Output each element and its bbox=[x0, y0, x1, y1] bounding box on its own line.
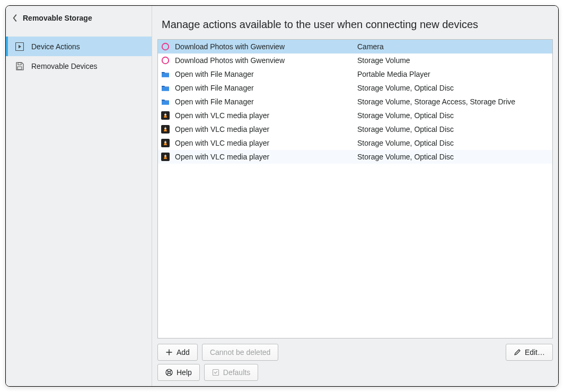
row-name: Open with File Manager bbox=[175, 97, 357, 106]
gwenview-icon bbox=[161, 42, 170, 51]
action-button-row: Add Cannot be deleted Edit… bbox=[152, 338, 558, 361]
delete-button: Cannot be deleted bbox=[202, 344, 278, 361]
sidebar-header-label: Removable Storage bbox=[23, 14, 92, 22]
sidebar-item-label: Device Actions bbox=[31, 42, 80, 51]
svg-rect-1 bbox=[18, 63, 21, 65]
plus-icon bbox=[165, 349, 173, 356]
svg-point-16 bbox=[166, 369, 172, 376]
add-button[interactable]: Add bbox=[157, 344, 198, 361]
save-disk-icon bbox=[15, 62, 24, 70]
row-devices: Storage Volume, Optical Disc bbox=[357, 139, 552, 147]
row-devices: Storage Volume, Optical Disc bbox=[357, 153, 552, 161]
row-devices: Camera bbox=[357, 42, 552, 51]
vlc-icon bbox=[161, 125, 170, 133]
row-name: Open with File Manager bbox=[175, 70, 357, 78]
svg-point-17 bbox=[168, 371, 170, 373]
folder-icon bbox=[161, 70, 170, 78]
defaults-button: Defaults bbox=[204, 364, 258, 381]
svg-rect-9 bbox=[164, 114, 166, 115]
row-devices: Storage Volume bbox=[357, 56, 552, 65]
table-row[interactable]: Open with VLC media playerStorage Volume… bbox=[158, 122, 552, 136]
row-devices: Storage Volume, Optical Disc bbox=[357, 84, 552, 92]
play-square-icon bbox=[15, 42, 24, 51]
row-devices: Storage Volume, Storage Access, Storage … bbox=[357, 97, 552, 106]
chevron-left-icon bbox=[11, 14, 19, 22]
edit-button[interactable]: Edit… bbox=[506, 344, 553, 361]
page-title: Manage actions available to the user whe… bbox=[152, 6, 558, 39]
row-name: Open with VLC media player bbox=[175, 125, 357, 133]
table-row[interactable]: Open with File ManagerStorage Volume, St… bbox=[158, 95, 552, 109]
row-devices: Storage Volume, Optical Disc bbox=[357, 111, 552, 120]
table-row[interactable]: Open with VLC media playerStorage Volume… bbox=[158, 136, 552, 150]
table-row[interactable]: Download Photos with GwenviewStorage Vol… bbox=[158, 54, 552, 67]
table-row[interactable]: Open with File ManagerPortable Media Pla… bbox=[158, 67, 552, 81]
main-panel: Manage actions available to the user whe… bbox=[152, 6, 558, 386]
help-icon bbox=[165, 369, 173, 376]
svg-rect-11 bbox=[164, 128, 166, 129]
folder-icon bbox=[161, 97, 170, 106]
row-devices: Storage Volume, Optical Disc bbox=[357, 125, 552, 133]
svg-rect-2 bbox=[17, 67, 22, 69]
row-name: Open with VLC media player bbox=[175, 139, 357, 147]
sidebar-item-removable-devices[interactable]: Removable Devices bbox=[6, 56, 152, 76]
svg-rect-6 bbox=[162, 87, 169, 91]
pencil-icon bbox=[514, 349, 521, 356]
defaults-icon bbox=[212, 369, 219, 376]
vlc-icon bbox=[161, 111, 170, 120]
svg-rect-7 bbox=[162, 101, 169, 105]
gwenview-icon bbox=[161, 56, 170, 65]
table-row[interactable]: Open with VLC media playerStorage Volume… bbox=[158, 150, 552, 164]
footer-button-row: Help Defaults bbox=[152, 361, 558, 386]
settings-window: Removable Storage Device Actions Removab… bbox=[5, 5, 559, 387]
sidebar-back-button[interactable]: Removable Storage bbox=[6, 6, 152, 30]
svg-point-4 bbox=[162, 57, 169, 64]
svg-rect-15 bbox=[164, 156, 166, 157]
row-name: Open with VLC media player bbox=[175, 153, 357, 161]
table-row[interactable]: Open with VLC media playerStorage Volume… bbox=[158, 109, 552, 122]
row-name: Download Photos with Gwenview bbox=[175, 42, 357, 51]
table-row[interactable]: Open with File ManagerStorage Volume, Op… bbox=[158, 81, 552, 95]
sidebar-item-label: Removable Devices bbox=[31, 62, 98, 70]
actions-table[interactable]: Download Photos with GwenviewCameraDownl… bbox=[157, 39, 553, 338]
svg-point-3 bbox=[162, 43, 169, 50]
sidebar-item-device-actions[interactable]: Device Actions bbox=[6, 37, 152, 56]
row-name: Open with VLC media player bbox=[175, 111, 357, 120]
table-row[interactable]: Download Photos with GwenviewCamera bbox=[158, 40, 552, 54]
help-button[interactable]: Help bbox=[157, 364, 200, 381]
sidebar-list: Device Actions Removable Devices bbox=[6, 30, 152, 76]
row-name: Download Photos with Gwenview bbox=[175, 56, 357, 65]
folder-icon bbox=[161, 84, 170, 92]
sidebar: Removable Storage Device Actions Removab… bbox=[6, 6, 152, 386]
row-name: Open with File Manager bbox=[175, 84, 357, 92]
svg-rect-13 bbox=[164, 142, 166, 143]
vlc-icon bbox=[161, 139, 170, 147]
row-devices: Portable Media Player bbox=[357, 70, 552, 78]
svg-rect-5 bbox=[162, 74, 169, 77]
vlc-icon bbox=[161, 153, 170, 161]
